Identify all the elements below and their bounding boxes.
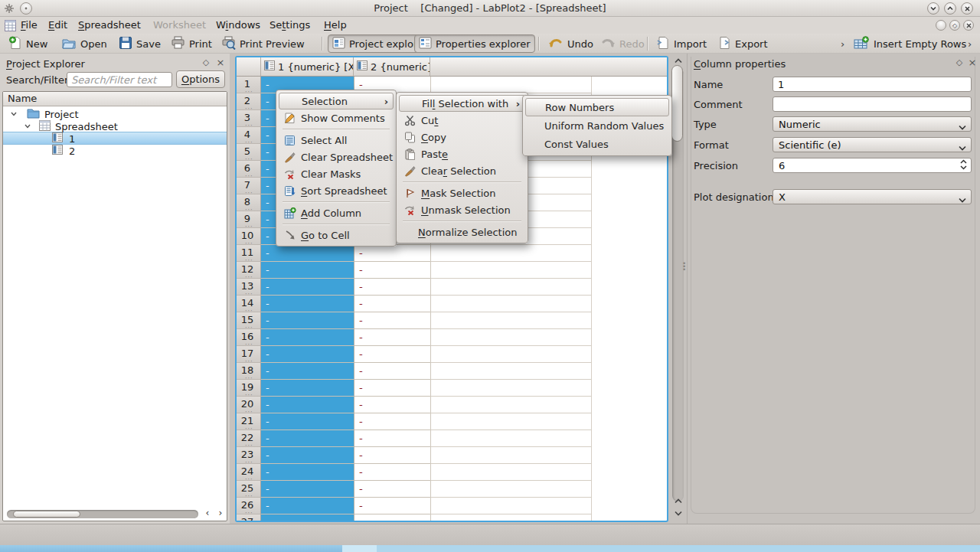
cell-empty[interactable] bbox=[430, 447, 592, 464]
precision-spinbox[interactable]: 6 bbox=[773, 158, 972, 173]
dock-close-button[interactable]: × bbox=[967, 57, 978, 68]
row-header[interactable]: 19··· bbox=[237, 380, 261, 397]
scroll-down-arrow[interactable] bbox=[673, 510, 683, 518]
export-button[interactable]: Export bbox=[714, 34, 772, 53]
cell-col1[interactable]: - bbox=[261, 481, 354, 498]
cell-empty[interactable] bbox=[430, 498, 592, 514]
menu-item-selection[interactable]: Selection › bbox=[279, 93, 394, 109]
cell-empty[interactable] bbox=[430, 430, 592, 447]
tree-header-name[interactable]: Name bbox=[3, 92, 227, 106]
mdi-minimize-button[interactable] bbox=[936, 20, 946, 31]
menu-item-uniform-random-values[interactable]: Uniform Random Values bbox=[525, 116, 669, 135]
menu-item-const-values[interactable]: Const Values bbox=[525, 135, 669, 153]
row-header[interactable]: 21··· bbox=[237, 413, 261, 430]
cell-col2[interactable]: - bbox=[354, 498, 430, 514]
chevron-down-icon[interactable] bbox=[24, 122, 31, 130]
menu-item-cut[interactable]: Cut bbox=[399, 112, 525, 129]
menu-item-unmask-selection[interactable]: Unmask Selection bbox=[399, 201, 525, 218]
row-header[interactable]: 10··· bbox=[237, 228, 261, 245]
cell-col1[interactable]: - bbox=[261, 464, 354, 481]
cell-col2[interactable]: - bbox=[354, 397, 430, 413]
tree-item-spreadsheet[interactable]: Spreadsheet bbox=[3, 120, 227, 132]
cell-empty[interactable] bbox=[430, 262, 592, 279]
cell-empty[interactable] bbox=[430, 464, 592, 481]
minimize-button[interactable] bbox=[927, 2, 939, 15]
cell-col2[interactable]: - bbox=[354, 245, 430, 262]
taskbar[interactable] bbox=[0, 545, 980, 552]
cell-col2[interactable]: - bbox=[354, 413, 430, 430]
cell-col2[interactable]: - bbox=[354, 279, 430, 296]
cell-col1[interactable]: - bbox=[261, 279, 354, 296]
row-header[interactable]: 1··· bbox=[237, 77, 261, 93]
menu-item-clear-selection[interactable]: Clear Selection bbox=[399, 162, 525, 179]
insert-empty-rows-button[interactable]: Insert Empty Rows bbox=[850, 34, 970, 53]
cell-col1[interactable]: - bbox=[261, 296, 354, 312]
cell-col2[interactable]: - bbox=[354, 363, 430, 380]
dock-float-button[interactable]: ◇ bbox=[954, 57, 965, 68]
menu-item-paste[interactable]: Paste bbox=[399, 145, 525, 162]
print-preview-button[interactable]: Print Preview bbox=[217, 34, 309, 53]
menu-settings[interactable]: Settings bbox=[268, 18, 312, 32]
scroll-left-arrow[interactable]: ‹ bbox=[202, 508, 213, 519]
menu-item-clear-spreadsheet[interactable]: Clear Spreadsheet bbox=[279, 149, 394, 165]
type-dropdown[interactable]: Numeric bbox=[773, 116, 972, 132]
cell-col1[interactable]: - bbox=[261, 498, 354, 514]
menu-worksheet[interactable]: Worksheet bbox=[152, 18, 207, 32]
cell-empty[interactable] bbox=[430, 245, 592, 262]
taskbar-segment[interactable] bbox=[0, 545, 342, 552]
cell-empty[interactable] bbox=[430, 312, 592, 329]
scroll-right-arrow[interactable]: › bbox=[215, 508, 226, 519]
splitter-handle[interactable]: ••• bbox=[682, 262, 686, 271]
menu-windows[interactable]: Windows bbox=[214, 18, 262, 32]
cell-col2[interactable]: - bbox=[354, 514, 430, 522]
save-button[interactable]: Save bbox=[115, 34, 165, 53]
close-button[interactable] bbox=[961, 2, 973, 15]
cell-col1[interactable]: - bbox=[261, 413, 354, 430]
menu-item-select-all[interactable]: Select All bbox=[279, 132, 394, 149]
cell-col1[interactable]: - bbox=[261, 312, 354, 329]
menu-item-show-comments[interactable]: Show Comments bbox=[279, 109, 394, 126]
menu-item-mask-selection[interactable]: Mask Selection bbox=[399, 185, 525, 201]
options-button[interactable]: Options bbox=[176, 70, 225, 88]
mdi-close-button[interactable] bbox=[963, 20, 974, 31]
cell-col2[interactable]: - bbox=[354, 380, 430, 397]
chevron-down-icon[interactable] bbox=[11, 110, 17, 118]
row-header[interactable]: 24··· bbox=[237, 464, 261, 481]
cell-col1[interactable]: - bbox=[261, 514, 354, 522]
scroll-up-arrow-2[interactable] bbox=[673, 498, 683, 506]
row-header[interactable]: 26··· bbox=[237, 498, 261, 514]
cell-col2[interactable]: - bbox=[354, 296, 430, 312]
row-header[interactable]: 9··· bbox=[237, 211, 261, 228]
menu-edit[interactable]: Edit bbox=[47, 18, 69, 32]
search-input[interactable] bbox=[67, 72, 172, 87]
taskbar-segment[interactable] bbox=[342, 545, 377, 552]
tree-item-column-1[interactable]: 1 bbox=[3, 132, 227, 145]
menu-item-add-column[interactable]: Add Column bbox=[279, 204, 394, 221]
open-button[interactable]: Open bbox=[58, 34, 111, 53]
maximize-button[interactable] bbox=[944, 2, 956, 15]
row-header[interactable]: 4··· bbox=[237, 127, 261, 144]
menu-item-fill-selection-with[interactable]: Fill Selection with › bbox=[399, 95, 525, 112]
column-header-1[interactable]: 1 {numeric} [X] bbox=[261, 57, 354, 76]
vertical-scrollbar[interactable] bbox=[671, 57, 685, 521]
cell-empty[interactable] bbox=[430, 363, 592, 380]
cell-col1[interactable]: - bbox=[261, 363, 354, 380]
name-field[interactable] bbox=[773, 77, 972, 92]
menu-item-clear-masks[interactable]: Clear Masks bbox=[279, 165, 394, 182]
cell-col1[interactable]: - bbox=[261, 397, 354, 413]
cell-empty[interactable] bbox=[430, 397, 592, 413]
cell-col1[interactable]: - bbox=[261, 430, 354, 447]
tree-item-project[interactable]: Project bbox=[3, 108, 227, 120]
cell-col2[interactable]: - bbox=[354, 430, 430, 447]
row-header[interactable]: 5··· bbox=[237, 144, 261, 161]
cell-col1[interactable]: - bbox=[261, 380, 354, 397]
horizontal-scrollbar[interactable] bbox=[7, 510, 198, 518]
row-header[interactable]: 15··· bbox=[237, 312, 261, 329]
dock-close-button[interactable]: × bbox=[215, 57, 226, 68]
row-header[interactable]: 20··· bbox=[237, 397, 261, 413]
row-header[interactable]: 27··· bbox=[237, 514, 261, 522]
print-button[interactable]: Print bbox=[167, 34, 216, 53]
menu-item-normalize-selection[interactable]: Normalize Selection bbox=[399, 224, 525, 240]
row-header[interactable]: 22··· bbox=[237, 430, 261, 447]
cell-col2[interactable]: - bbox=[354, 481, 430, 498]
